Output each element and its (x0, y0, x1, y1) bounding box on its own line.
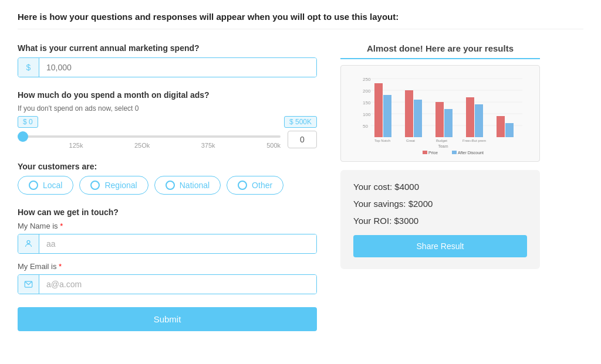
radio-national[interactable]: National (154, 176, 221, 195)
radio-local[interactable]: Local (18, 176, 73, 195)
radio-circle-other (238, 181, 247, 190)
q1-label: What is your current annual marketing sp… (18, 43, 317, 53)
results-header: Almost done! Here are your results (340, 43, 540, 59)
svg-text:Price: Price (428, 151, 438, 155)
q2-sublabel: If you don't spend on ads now, select 0 (18, 104, 317, 113)
bar-chart: 250 200 150 100 50 (347, 73, 534, 155)
radio-label-local: Local (43, 181, 62, 190)
question-1: What is your current annual marketing sp… (18, 43, 317, 77)
bar-4-discount (475, 104, 483, 137)
q2-label: How much do you spend a month on digital… (18, 90, 317, 100)
svg-text:150: 150 (363, 100, 371, 106)
radio-label-other: Other (252, 181, 272, 190)
results-panel: Almost done! Here are your results 250 2… (340, 43, 540, 344)
email-input-wrapper (18, 274, 317, 294)
q1-input-wrapper: $ (18, 57, 317, 77)
savings-text: Your savings: $2000 (353, 199, 527, 209)
bar-3-discount (444, 109, 453, 137)
radio-circle-local (29, 181, 38, 190)
slider-container: 125k 25Ok 375k 500k (18, 130, 281, 149)
chart-container: 250 200 150 100 50 (340, 65, 540, 162)
svg-text:100: 100 (363, 112, 371, 117)
name-field-label: My Name is * (18, 222, 317, 230)
q3-label: Your customers are: (18, 162, 317, 171)
tick-250: 25Ok (134, 142, 150, 149)
slider-max-label: $ 500K (284, 116, 317, 128)
tick-375: 375k (201, 142, 215, 149)
name-label-text: My Name is (18, 222, 58, 230)
radio-label-national: National (180, 181, 210, 190)
bar-5-discount (505, 123, 514, 137)
svg-text:Team: Team (438, 144, 448, 148)
submit-button[interactable]: Submit (18, 307, 317, 331)
slider-value-display: 0 (288, 131, 317, 148)
bar-4-price (466, 97, 474, 137)
svg-text:Free+But prem: Free+But prem (462, 139, 486, 142)
svg-text:250: 250 (363, 77, 371, 82)
roi-text: Your ROI: $3000 (353, 216, 527, 226)
radio-circle-national (166, 181, 175, 190)
question-2: How much do you spend a month on digital… (18, 90, 317, 149)
slider-labels: $ 0 $ 500K (18, 116, 317, 128)
radio-other[interactable]: Other (227, 176, 283, 195)
person-icon (18, 234, 39, 253)
ads-slider[interactable] (18, 135, 281, 138)
slider-min-label: $ 0 (18, 116, 38, 128)
email-icon (18, 275, 39, 294)
svg-point-0 (27, 240, 30, 243)
slider-row: 125k 25Ok 375k 500k 0 (18, 130, 317, 149)
bar-3-price (435, 102, 444, 137)
email-required-star: * (59, 262, 62, 271)
share-result-button[interactable]: Share Result (353, 235, 527, 257)
intro-text: Here is how your questions and responses… (18, 12, 583, 29)
dollar-icon: $ (18, 58, 39, 77)
bar-1-price (374, 83, 383, 137)
tick-125: 125k (69, 142, 83, 149)
results-summary-box: Your cost: $4000 Your savings: $2000 You… (340, 170, 540, 269)
email-label-text: My Email is (18, 262, 56, 271)
question-3: Your customers are: Local Regional Natio… (18, 162, 317, 195)
email-field-label: My Email is * (18, 262, 317, 271)
bar-5-price (497, 116, 505, 137)
name-input[interactable] (39, 234, 316, 253)
bar-1-discount (383, 95, 391, 137)
cost-text: Your cost: $4000 (353, 182, 527, 192)
tick-500: 500k (266, 142, 281, 149)
customer-radio-group: Local Regional National Other (18, 176, 317, 195)
slider-ticks: 125k 25Ok 375k 500k (18, 142, 281, 149)
radio-regional[interactable]: Regional (79, 176, 148, 195)
radio-label-regional: Regional (104, 181, 137, 190)
name-input-wrapper (18, 234, 317, 254)
svg-rect-17 (423, 151, 427, 154)
bar-2-discount (414, 100, 422, 137)
svg-text:After Discount: After Discount (458, 151, 484, 155)
radio-circle-regional (90, 181, 100, 190)
svg-text:200: 200 (363, 89, 371, 94)
svg-rect-19 (452, 151, 457, 154)
q4-label: How can we get in touch? (18, 207, 317, 217)
email-input[interactable] (39, 275, 316, 294)
svg-text:Top Notch: Top Notch (374, 139, 390, 142)
svg-text:Budget: Budget (436, 139, 447, 142)
question-4: How can we get in touch? My Name is * My… (18, 207, 317, 331)
name-required-star: * (60, 222, 63, 230)
form-panel: What is your current annual marketing sp… (18, 43, 317, 344)
svg-text:Great: Great (406, 139, 415, 142)
svg-text:50: 50 (363, 124, 368, 129)
bar-2-price (405, 90, 413, 137)
q1-input[interactable] (39, 58, 316, 77)
